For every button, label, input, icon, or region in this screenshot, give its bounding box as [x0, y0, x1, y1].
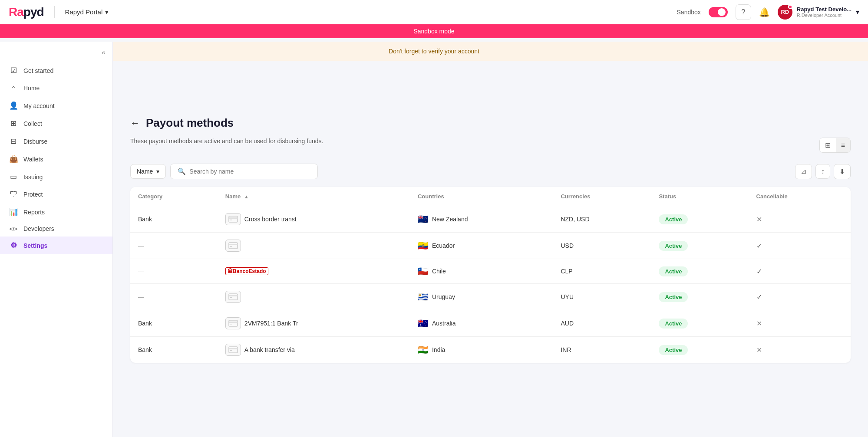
svg-rect-12 — [229, 347, 238, 353]
sidebar: « ☑ Get started ⌂ Home 👤 My account ⊞ Co… — [0, 42, 113, 437]
sort-button[interactable]: ↕ — [815, 164, 830, 179]
list-view-button[interactable]: ≡ — [836, 138, 850, 152]
cell-name: 2VM7951:1 Bank Tr — [218, 310, 410, 337]
country-name: Uruguay — [432, 293, 455, 300]
cell-name — [218, 284, 410, 310]
svg-rect-11 — [230, 324, 232, 325]
cell-cancellable: ✕ — [749, 337, 851, 363]
payment-method-icon — [225, 344, 241, 356]
method-name-text: Cross border transt — [244, 216, 297, 223]
cell-currencies: UYU — [553, 284, 651, 310]
table-header-row: Category Name ▲ Countries Currencies Sta… — [130, 187, 851, 206]
avatar: RD — [778, 5, 792, 20]
sidebar-item-get-started[interactable]: ☑ Get started — [0, 62, 112, 79]
get-started-icon: ☑ — [9, 66, 18, 75]
grid-view-button[interactable]: ⊞ — [820, 138, 836, 152]
sidebar-item-wallets[interactable]: 👜 Wallets — [0, 150, 112, 168]
cell-cancellable: ✕ — [749, 206, 851, 233]
sidebar-item-developers[interactable]: </> Developers — [0, 221, 112, 237]
col-name[interactable]: Name ▲ — [218, 187, 410, 206]
search-input[interactable] — [189, 168, 310, 175]
svg-rect-2 — [230, 220, 232, 220]
reports-icon: 📊 — [9, 207, 18, 217]
my-account-icon: 👤 — [9, 101, 18, 110]
banco-estado-logo: 🏛BancoEstado — [225, 267, 268, 275]
table-row[interactable]: —🇺🇾UruguayUYUActive✓ — [130, 284, 851, 310]
cell-category: — — [130, 259, 218, 284]
country-name: New Zealand — [432, 216, 468, 223]
cell-status: Active — [651, 337, 748, 363]
sidebar-item-issuing[interactable]: ▭ Issuing — [0, 168, 112, 186]
filter-button[interactable]: ⊿ — [795, 164, 812, 179]
download-button[interactable]: ⬇ — [834, 164, 851, 179]
cancel-check-icon: ✓ — [756, 242, 762, 250]
avatar-dot — [788, 5, 792, 9]
user-menu[interactable]: RD Rapyd Test Develo... R.Developer Acco… — [778, 5, 859, 20]
sidebar-item-label: Collect — [23, 120, 42, 127]
sidebar-item-collect[interactable]: ⊞ Collect — [0, 115, 112, 132]
payment-method-icon — [225, 240, 241, 252]
user-text: Rapyd Test Develo... R.Developer Account — [797, 6, 851, 18]
table-row[interactable]: —🏛BancoEstado🇨🇱ChileCLPActive✓ — [130, 259, 851, 284]
table-row[interactable]: Bank2VM7951:1 Bank Tr🇦🇺AustraliaAUDActiv… — [130, 310, 851, 337]
settings-icon: ⚙ — [9, 241, 18, 250]
portal-chevron: ▾ — [105, 8, 109, 16]
sidebar-item-label: Disburse — [23, 138, 47, 145]
cell-cancellable: ✕ — [749, 310, 851, 337]
sidebar-collapse-button[interactable]: « — [102, 49, 106, 56]
sidebar-item-label: Developers — [23, 225, 54, 232]
toolbar: Name ▾ 🔍 ⊿ ↕ ⬇ — [130, 164, 851, 179]
main-content: ← Payout methods These payout methods ar… — [113, 102, 868, 437]
sidebar-item-protect[interactable]: 🛡 Protect — [0, 186, 112, 203]
cell-currencies: USD — [553, 233, 651, 259]
cell-category: Bank — [130, 337, 218, 363]
topbar-right: Sandbox ? 🔔 RD Rapyd Test Develo... R.De… — [677, 4, 859, 20]
sidebar-item-settings[interactable]: ⚙ Settings — [0, 237, 112, 254]
help-button[interactable]: ? — [736, 4, 751, 20]
country-flag: 🇺🇾 — [418, 292, 429, 302]
cell-currencies: NZD, USD — [553, 206, 651, 233]
cell-cancellable: ✓ — [749, 284, 851, 310]
cell-category: — — [130, 284, 218, 310]
sidebar-item-disburse[interactable]: ⊟ Disburse — [0, 132, 112, 150]
svg-rect-14 — [230, 350, 232, 351]
country-name: India — [432, 346, 445, 353]
table-row[interactable]: BankCross border transt🇳🇿New ZealandNZD,… — [130, 206, 851, 233]
svg-rect-8 — [230, 297, 232, 298]
status-badge: Active — [659, 345, 688, 355]
table-row[interactable]: BankA bank transfer via🇮🇳IndiaINRActive✕ — [130, 337, 851, 363]
portal-selector[interactable]: Rapyd Portal ▾ — [65, 8, 109, 16]
country-name: Australia — [432, 320, 455, 327]
country-flag: 🇪🇨 — [418, 240, 429, 251]
cell-countries: 🇺🇾Uruguay — [410, 284, 553, 310]
svg-rect-10 — [229, 322, 238, 323]
sidebar-item-label: Reports — [23, 209, 45, 216]
col-currencies: Currencies — [553, 187, 651, 206]
cell-category: Bank — [130, 206, 218, 233]
back-button[interactable]: ← — [130, 118, 140, 129]
sidebar-item-home[interactable]: ⌂ Home — [0, 79, 112, 97]
sandbox-toggle[interactable] — [709, 7, 728, 17]
filter-dropdown[interactable]: Name ▾ — [130, 164, 166, 179]
search-box: 🔍 — [170, 164, 318, 179]
page-header: ← Payout methods — [130, 116, 851, 130]
sidebar-item-my-account[interactable]: 👤 My account — [0, 97, 112, 115]
page-description: These payout methods are active and can … — [130, 138, 323, 145]
table-row[interactable]: —🇪🇨EcuadorUSDActive✓ — [130, 233, 851, 259]
developers-icon: </> — [9, 226, 18, 232]
sidebar-item-reports[interactable]: 📊 Reports — [0, 203, 112, 221]
cell-countries: 🇮🇳India — [410, 337, 553, 363]
cell-currencies: AUD — [553, 310, 651, 337]
issuing-icon: ▭ — [9, 172, 18, 181]
notifications-button[interactable]: 🔔 — [759, 7, 770, 17]
cell-status: Active — [651, 233, 748, 259]
cancel-x-icon: ✕ — [756, 320, 762, 327]
sidebar-item-label: Home — [23, 85, 40, 92]
cell-name — [218, 233, 410, 259]
sandbox-banner: Sandbox mode — [0, 24, 868, 38]
sidebar-item-label: Issuing — [23, 174, 43, 181]
country-flag: 🇮🇳 — [418, 345, 429, 355]
cell-countries: 🇨🇱Chile — [410, 259, 553, 284]
user-chevron: ▾ — [856, 8, 859, 16]
payout-methods-table: Category Name ▲ Countries Currencies Sta… — [130, 187, 851, 363]
